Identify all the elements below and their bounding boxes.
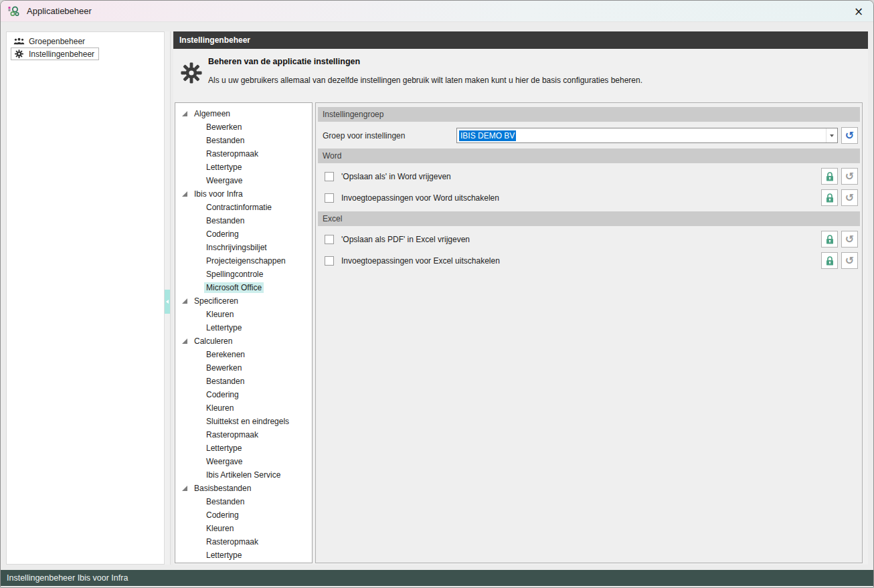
reset-button[interactable]: ↺ xyxy=(841,252,858,269)
reset-button[interactable]: ↺ xyxy=(841,168,858,185)
checkbox[interactable] xyxy=(325,193,334,203)
undo-icon: ↺ xyxy=(845,171,854,182)
tree-leaf[interactable]: Inschrijvingsbiljet xyxy=(175,241,312,254)
tree-leaf-label: Spellingcontrole xyxy=(204,269,265,280)
tree-leaf[interactable]: Weergave xyxy=(175,174,312,187)
checkbox[interactable] xyxy=(325,235,334,244)
lock-icon xyxy=(825,193,835,203)
tree-leaf[interactable]: Berekenen xyxy=(175,348,312,361)
splitter-thumb[interactable] xyxy=(165,290,170,314)
checkbox[interactable] xyxy=(325,256,334,266)
tree-leaf[interactable]: Contractinformatie xyxy=(175,201,312,214)
expander-icon[interactable] xyxy=(182,111,187,116)
tree-group[interactable]: Calculeren xyxy=(175,334,312,348)
tree-leaf[interactable]: Kleuren xyxy=(175,401,312,415)
tree-leaf-label: Bestanden xyxy=(204,496,246,507)
tree-group[interactable]: Specificeren xyxy=(175,294,312,308)
tree-group-label: Ibis voor Infra xyxy=(192,189,245,199)
tree-leaf[interactable]: Codering xyxy=(175,388,312,401)
tree-group[interactable]: Ibis voor Infra xyxy=(175,187,312,201)
tree-leaf[interactable]: Codering xyxy=(175,227,312,241)
tree-leaf[interactable]: Bewerken xyxy=(175,361,312,375)
tree-leaf-label: Codering xyxy=(204,389,241,400)
collapse-arrow-icon xyxy=(166,300,169,304)
expander-icon[interactable] xyxy=(182,486,187,491)
lock-button[interactable] xyxy=(821,189,838,206)
tree-leaf[interactable]: Rasteropmaak xyxy=(175,535,312,549)
tree-group-label: Calculeren xyxy=(192,336,234,347)
setting-row: Invoegtoepassingen voor Excel uitschakel… xyxy=(323,253,860,269)
section-header: Word xyxy=(318,149,860,163)
tree-leaf[interactable]: Projecteigenschappen xyxy=(175,254,312,268)
reset-button[interactable]: ↺ xyxy=(841,231,858,248)
undo-icon: ↺ xyxy=(845,234,854,245)
checkbox[interactable] xyxy=(325,172,334,181)
app-gears-icon xyxy=(8,5,20,17)
setting-label: Invoegtoepassingen voor Excel uitschakel… xyxy=(341,253,500,269)
tree-leaf[interactable]: Kleuren xyxy=(175,308,312,321)
tree-leaf[interactable]: Codering xyxy=(175,508,312,522)
lock-icon xyxy=(825,171,835,182)
tree-leaf-label: Contractinformatie xyxy=(204,202,274,213)
tree-leaf[interactable]: Lettertype xyxy=(175,442,312,455)
lock-button[interactable] xyxy=(821,231,838,248)
statusbar-text: Instellingenbeheer Ibis voor Infra xyxy=(7,573,128,583)
tree-leaf[interactable]: Bestanden xyxy=(175,375,312,388)
tree-leaf[interactable]: Bestanden xyxy=(175,134,312,147)
tree-leaf[interactable]: Kleuren xyxy=(175,522,312,535)
lock-button[interactable] xyxy=(821,252,838,269)
gear-icon xyxy=(13,49,25,59)
sections-container: Word 'Opslaan als' in Word vrijgeven ↺ I… xyxy=(316,149,862,269)
lock-button[interactable] xyxy=(821,168,838,185)
tree-leaf-label: Lettertype xyxy=(204,443,244,454)
tree-leaf[interactable]: Lettertype xyxy=(175,161,312,174)
tree-leaf[interactable]: Ibis Artikelen Service xyxy=(175,468,312,482)
expander-icon[interactable] xyxy=(182,191,187,197)
expander-icon[interactable] xyxy=(182,338,187,344)
window-title: Applicatiebeheer xyxy=(27,6,92,16)
tree-leaf[interactable]: Rasteropmaak xyxy=(175,147,312,161)
tree-leaf-label: Rasteropmaak xyxy=(204,149,260,159)
settings-tree: Algemeen Bewerken Bestanden Rasteropmaak… xyxy=(175,102,313,563)
nav-item-groepenbeheer[interactable]: Groepenbeheer xyxy=(11,35,90,47)
tree-leaf-label: Sluittekst en eindregels xyxy=(204,416,291,427)
tree-leaf[interactable]: Bestanden xyxy=(175,495,312,508)
tree-leaf[interactable]: Bewerken xyxy=(175,120,312,134)
tree-leaf-label: Bewerken xyxy=(204,363,244,373)
group-combobox[interactable]: IBIS DEMO BV xyxy=(456,128,838,143)
tree-leaf[interactable]: Weergave xyxy=(175,455,312,468)
tree-leaf[interactable]: Microsoft Office xyxy=(175,281,312,294)
reset-group-button[interactable]: ↺ xyxy=(841,127,858,144)
expander-icon[interactable] xyxy=(182,298,187,304)
panel-splitter[interactable] xyxy=(164,31,171,565)
setting-label: 'Opslaan als PDF' in Excel vrijgeven xyxy=(341,231,470,248)
lock-icon xyxy=(825,234,835,245)
tree-leaf-label: Weergave xyxy=(204,456,244,467)
setting-label: 'Opslaan als' in Word vrijgeven xyxy=(341,169,451,185)
undo-icon: ↺ xyxy=(845,256,854,266)
setting-row: Invoegtoepassingen voor Word uitschakele… xyxy=(323,190,860,206)
setting-row: 'Opslaan als PDF' in Excel vrijgeven ↺ xyxy=(323,231,860,248)
tree-group-label: Specificeren xyxy=(192,296,240,306)
tree-leaf-label: Lettertype xyxy=(204,322,244,333)
close-button[interactable]: × xyxy=(844,1,873,21)
app-window: Applicatiebeheer × Groepenbeheer xyxy=(0,0,874,588)
setting-label: Invoegtoepassingen voor Word uitschakele… xyxy=(341,190,499,206)
nav-item-instellingenbeheer[interactable]: Instellingenbeheer xyxy=(11,47,99,60)
tree-leaf[interactable]: Lettertype xyxy=(175,321,312,334)
tree-leaf[interactable]: Spellingcontrole xyxy=(175,268,312,281)
tree-group[interactable]: Algemeen xyxy=(175,107,312,120)
tree-leaf[interactable]: Lettertype xyxy=(175,549,312,562)
settings-section: Excel 'Opslaan als PDF' in Excel vrijgev… xyxy=(316,211,862,269)
chevron-down-icon xyxy=(830,134,834,137)
tree-group[interactable]: Basisbestanden xyxy=(175,482,312,495)
tree-leaf[interactable]: Bestanden xyxy=(175,214,312,227)
tree-leaf[interactable]: Sluittekst en eindregels xyxy=(175,415,312,428)
tree-leaf[interactable]: Rasteropmaak xyxy=(175,428,312,442)
content-area: Algemeen Bewerken Bestanden Rasteropmaak… xyxy=(173,102,868,563)
combobox-dropdown-button[interactable] xyxy=(826,128,837,142)
lock-icon xyxy=(825,256,835,266)
section-header: Excel xyxy=(318,211,860,226)
tree-leaf-label: Bestanden xyxy=(204,135,246,146)
reset-button[interactable]: ↺ xyxy=(841,189,858,206)
